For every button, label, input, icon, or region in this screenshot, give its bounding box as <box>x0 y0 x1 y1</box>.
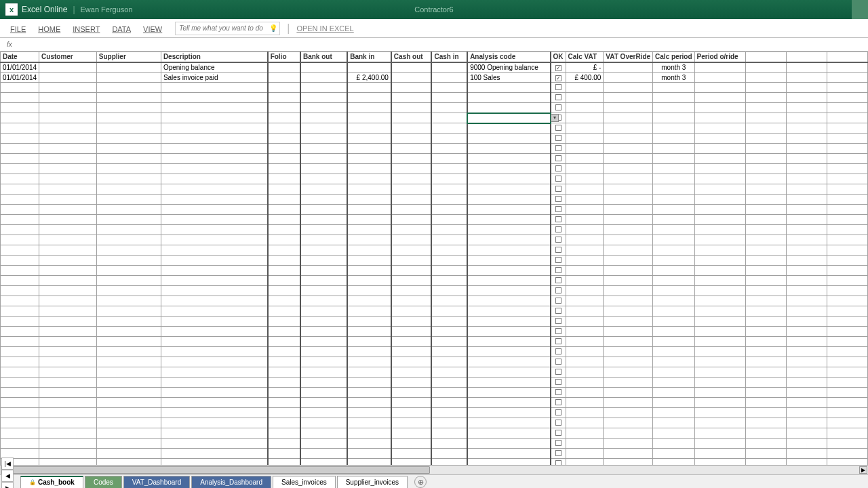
cell-periodover[interactable] <box>694 123 746 134</box>
cell-description[interactable] <box>161 103 267 113</box>
cell-customer[interactable] <box>39 347 97 357</box>
cell-description[interactable] <box>161 439 267 449</box>
cell-periodover[interactable] <box>694 83 746 93</box>
cell-bankin[interactable] <box>347 215 391 225</box>
cell-bankin[interactable] <box>347 93 391 103</box>
cell-periodover[interactable] <box>694 357 746 367</box>
cell-bankin[interactable] <box>347 327 391 337</box>
cell-analysis[interactable] <box>467 123 550 134</box>
cell-folio[interactable] <box>268 225 300 235</box>
checkbox-icon[interactable] <box>555 237 561 243</box>
cell-bankout[interactable] <box>300 306 347 317</box>
cell-x2[interactable] <box>787 266 827 276</box>
cell-ok[interactable] <box>551 103 566 113</box>
cell-calcvat[interactable] <box>566 245 604 256</box>
cell-analysis[interactable] <box>467 367 550 378</box>
cell-vatover[interactable] <box>604 134 653 144</box>
cell-periodover[interactable] <box>694 276 746 286</box>
column-header-x2[interactable] <box>787 52 827 62</box>
cell-cashin[interactable] <box>431 174 467 184</box>
cell-cashout[interactable] <box>391 378 432 388</box>
cell-periodover[interactable] <box>694 93 746 103</box>
cell-vatover[interactable] <box>604 113 653 123</box>
cell-cashout[interactable] <box>391 449 432 459</box>
cell-calcvat[interactable] <box>566 154 604 164</box>
cell-folio[interactable] <box>268 164 300 174</box>
cell-cashin[interactable] <box>431 73 467 83</box>
cell-vatover[interactable] <box>604 245 653 256</box>
cell-cashout[interactable] <box>391 459 432 466</box>
cell-calcvat[interactable] <box>566 286 604 296</box>
checkbox-icon[interactable] <box>555 186 561 192</box>
cell-ok[interactable] <box>551 286 566 296</box>
cell-x2[interactable] <box>787 154 827 164</box>
cell-ok[interactable] <box>551 459 566 466</box>
cell-periodover[interactable] <box>694 317 746 327</box>
cell-x3[interactable] <box>827 215 868 225</box>
cell-folio[interactable] <box>268 266 300 276</box>
column-header-periodover[interactable]: Period o/ride <box>694 52 746 62</box>
cell-calcvat[interactable] <box>566 103 604 113</box>
cell-x3[interactable] <box>827 378 868 388</box>
column-header-calcvat[interactable]: Calc VAT <box>566 52 604 62</box>
checkbox-icon[interactable] <box>555 277 561 283</box>
cell-calcperiod[interactable] <box>653 439 694 449</box>
cell-ok[interactable] <box>551 276 566 286</box>
cell-x2[interactable] <box>787 113 827 123</box>
cell-customer[interactable] <box>39 103 97 113</box>
cell-date[interactable] <box>1 174 39 184</box>
cell-x3[interactable] <box>827 205 868 215</box>
cell-cashin[interactable] <box>431 225 467 235</box>
cell-ok[interactable] <box>551 327 566 337</box>
cell-supplier[interactable] <box>96 276 161 286</box>
cell-cashout[interactable] <box>391 164 432 174</box>
cell-supplier[interactable] <box>96 174 161 184</box>
cell-bankout[interactable] <box>300 367 347 378</box>
cell-bankin[interactable] <box>347 408 391 418</box>
cell-folio[interactable] <box>268 388 300 398</box>
cell-x1[interactable] <box>746 225 787 235</box>
cell-vatover[interactable] <box>604 225 653 235</box>
cell-bankout[interactable] <box>300 174 347 184</box>
checkbox-icon[interactable] <box>555 94 561 100</box>
cell-bankout[interactable] <box>300 327 347 337</box>
cell-periodover[interactable] <box>694 266 746 276</box>
cell-x1[interactable] <box>746 327 787 337</box>
cell-vatover[interactable] <box>604 154 653 164</box>
cell-calcvat[interactable] <box>566 225 604 235</box>
cell-cashout[interactable] <box>391 103 432 113</box>
cell-cashin[interactable] <box>431 164 467 174</box>
column-header-x1[interactable] <box>746 52 787 62</box>
checkbox-icon[interactable] <box>555 450 561 456</box>
sheet-nav-button[interactable]: ▶ <box>1 482 14 489</box>
cell-folio[interactable] <box>268 256 300 266</box>
cell-analysis[interactable] <box>467 164 550 174</box>
cell-folio[interactable] <box>268 317 300 327</box>
cell-periodover[interactable] <box>694 235 746 245</box>
cell-cashout[interactable] <box>391 184 432 195</box>
checkbox-icon[interactable] <box>555 267 561 273</box>
cell-bankin[interactable] <box>347 367 391 378</box>
cell-x1[interactable] <box>746 378 787 388</box>
cell-x1[interactable] <box>746 408 787 418</box>
cell-bankout[interactable] <box>300 225 347 235</box>
cell-folio[interactable] <box>268 408 300 418</box>
sheet-nav-button[interactable]: ◀ <box>1 470 14 482</box>
cell-x3[interactable] <box>827 225 868 235</box>
cell-calcperiod[interactable] <box>653 449 694 459</box>
cell-customer[interactable] <box>39 306 97 317</box>
column-header-customer[interactable]: Customer <box>39 52 97 62</box>
cell-calcperiod[interactable] <box>653 184 694 195</box>
checkbox-icon[interactable] <box>555 84 561 90</box>
cell-x3[interactable] <box>827 164 868 174</box>
cell-customer[interactable] <box>39 256 97 266</box>
ribbon-tab-data[interactable]: DATA <box>106 25 137 33</box>
cell-description[interactable] <box>161 235 267 245</box>
cell-cashout[interactable] <box>391 266 432 276</box>
cell-cashin[interactable] <box>431 245 467 256</box>
cell-cashin[interactable] <box>431 93 467 103</box>
cell-cashout[interactable] <box>391 306 432 317</box>
cell-periodover[interactable] <box>694 286 746 296</box>
cell-bankin[interactable] <box>347 174 391 184</box>
cell-vatover[interactable] <box>604 357 653 367</box>
